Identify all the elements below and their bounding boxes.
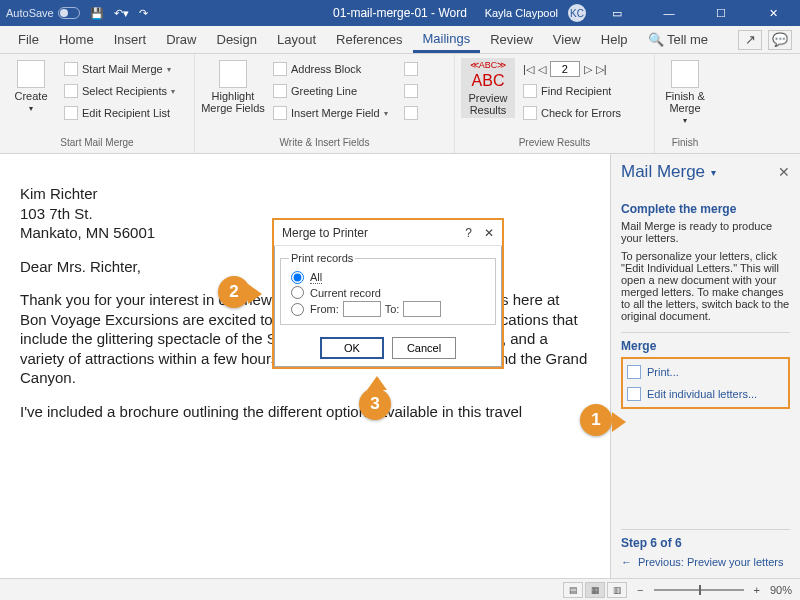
merge-links-box: Print... Edit individual letters...	[621, 357, 790, 409]
undo-icon[interactable]: ↶▾	[114, 7, 129, 20]
title-bar: AutoSave 💾 ↶▾ ↷ 01-mail-merge-01 - Word …	[0, 0, 800, 26]
rules-button[interactable]	[400, 58, 422, 80]
ribbon-options-icon[interactable]: ▭	[596, 0, 638, 26]
highlight-fields-button[interactable]: Highlight Merge Fields	[201, 58, 265, 114]
recipient-name: Kim Richter	[20, 185, 98, 202]
share-icon[interactable]: ↗	[738, 30, 762, 50]
start-mm-label: Start Mail Merge	[82, 63, 163, 75]
select-rcp-label: Select Recipients	[82, 85, 167, 97]
preview-label: Preview Results	[463, 92, 513, 116]
update-icon	[404, 106, 418, 120]
zoom-level[interactable]: 90%	[770, 584, 792, 596]
callout-3-arrow-icon	[367, 376, 387, 390]
from-input[interactable]	[343, 301, 381, 317]
tab-draw[interactable]: Draw	[156, 26, 206, 54]
record-input[interactable]	[550, 61, 580, 77]
maximize-icon[interactable]: ☐	[700, 0, 742, 26]
radio-current-input[interactable]	[291, 286, 304, 299]
callout-2: 2	[218, 276, 250, 308]
check-errors-button[interactable]: Check for Errors	[519, 102, 625, 124]
address-icon	[273, 62, 287, 76]
autosave-toggle[interactable]: AutoSave	[6, 7, 80, 19]
pane-menu-icon[interactable]: ▾	[711, 167, 716, 178]
user-name[interactable]: Kayla Claypool	[485, 7, 558, 19]
tab-file[interactable]: File	[8, 26, 49, 54]
tab-insert[interactable]: Insert	[104, 26, 157, 54]
field-icon	[273, 106, 287, 120]
print-link[interactable]: Print...	[627, 363, 784, 381]
previous-label: Previous: Preview your letters	[638, 556, 784, 568]
save-icon[interactable]: 💾	[90, 7, 104, 20]
finish-label: Finish & Merge	[661, 90, 709, 114]
address-block-button[interactable]: Address Block	[269, 58, 392, 80]
create-label: Create	[14, 90, 47, 102]
match-icon	[404, 84, 418, 98]
people-icon	[64, 84, 78, 98]
radio-all-input[interactable]	[291, 271, 304, 284]
callout-2-arrow-icon	[248, 284, 262, 304]
minimize-icon[interactable]: —	[648, 0, 690, 26]
previous-step-link[interactable]: ←Previous: Preview your letters	[621, 554, 790, 570]
finish-icon	[671, 60, 699, 88]
errors-label: Check for Errors	[541, 107, 621, 119]
first-record-icon[interactable]: |◁	[523, 63, 534, 76]
cancel-button[interactable]: Cancel	[392, 337, 456, 359]
radio-current-label: Current record	[310, 287, 381, 299]
tab-mailings[interactable]: Mailings	[413, 27, 481, 53]
pane-close-icon[interactable]: ✕	[778, 164, 790, 180]
dialog-help-icon[interactable]: ?	[465, 226, 472, 240]
ok-button[interactable]: OK	[320, 337, 384, 359]
tab-help[interactable]: Help	[591, 26, 638, 54]
tab-references[interactable]: References	[326, 26, 412, 54]
prev-record-icon[interactable]: ◁	[538, 63, 546, 76]
tab-layout[interactable]: Layout	[267, 26, 326, 54]
tab-review[interactable]: Review	[480, 26, 543, 54]
ribbon: Create ▾ Start Mail Merge Select Recipie…	[0, 54, 800, 154]
tab-view[interactable]: View	[543, 26, 591, 54]
match-fields-button[interactable]	[400, 80, 422, 102]
radio-all-label: All	[310, 271, 322, 284]
next-record-icon[interactable]: ▷	[584, 63, 592, 76]
last-record-icon[interactable]: ▷|	[596, 63, 607, 76]
start-mail-merge-button[interactable]: Start Mail Merge	[60, 58, 179, 80]
edit-letters-link[interactable]: Edit individual letters...	[627, 385, 784, 403]
merge-to-printer-dialog: Merge to Printer ? ✕ Print records All C…	[272, 218, 504, 369]
redo-icon[interactable]: ↷	[139, 7, 148, 20]
greeting-icon	[273, 84, 287, 98]
body-paragraph-2: I've included a brochure outlining the d…	[20, 402, 590, 422]
preview-results-button[interactable]: ≪ABC≫ ABC Preview Results	[461, 58, 515, 118]
print-layout-icon[interactable]: ▦	[585, 582, 605, 598]
find-recipient-button[interactable]: Find Recipient	[519, 80, 625, 102]
insert-merge-field-button[interactable]: Insert Merge Field	[269, 102, 392, 124]
update-labels-button[interactable]	[400, 102, 422, 124]
tab-home[interactable]: Home	[49, 26, 104, 54]
recipient-addr1: 103 7th St.	[20, 205, 93, 222]
print-records-legend: Print records	[289, 252, 355, 264]
dialog-close-icon[interactable]: ✕	[484, 226, 494, 240]
print-link-label: Print...	[647, 366, 679, 378]
select-recipients-button[interactable]: Select Recipients	[60, 80, 179, 102]
radio-all[interactable]: All	[289, 270, 487, 285]
zoom-out-icon[interactable]: −	[637, 584, 643, 596]
read-mode-icon[interactable]: ▤	[563, 582, 583, 598]
radio-from[interactable]: From: To:	[289, 300, 487, 318]
radio-from-input[interactable]	[291, 303, 304, 316]
zoom-in-icon[interactable]: +	[754, 584, 760, 596]
close-icon[interactable]: ✕	[752, 0, 794, 26]
toggle-off-icon	[58, 7, 80, 19]
edit-recipient-list-button[interactable]: Edit Recipient List	[60, 102, 179, 124]
radio-current[interactable]: Current record	[289, 285, 487, 300]
create-envelopes-button[interactable]: Create ▾	[6, 58, 56, 113]
highlight-icon	[219, 60, 247, 88]
zoom-slider[interactable]	[654, 589, 744, 591]
greeting-line-button[interactable]: Greeting Line	[269, 80, 392, 102]
autosave-label: AutoSave	[6, 7, 54, 19]
comments-icon[interactable]: 💬	[768, 30, 792, 50]
web-layout-icon[interactable]: ▥	[607, 582, 627, 598]
tab-design[interactable]: Design	[207, 26, 267, 54]
to-input[interactable]	[403, 301, 441, 317]
tab-tellme[interactable]: 🔍 Tell me	[638, 26, 719, 54]
finish-merge-button[interactable]: Finish & Merge ▾	[661, 58, 709, 125]
avatar[interactable]: KC	[568, 4, 586, 22]
group-label-write: Write & Insert Fields	[195, 137, 454, 153]
